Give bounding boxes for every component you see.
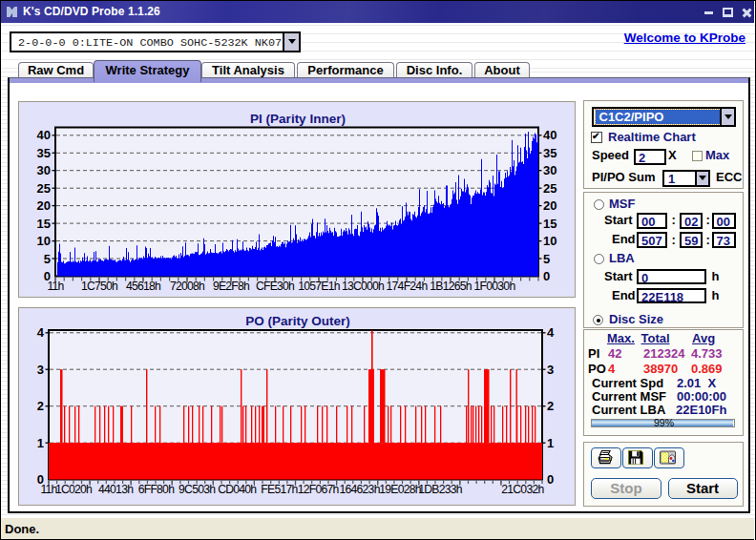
svg-text:1C750h: 1C750h: [81, 280, 117, 293]
svg-text:164623h: 164623h: [339, 483, 379, 496]
svg-text:15: 15: [543, 217, 556, 231]
svg-text:1: 1: [37, 436, 44, 450]
svg-text:1: 1: [547, 436, 554, 450]
svg-text:25: 25: [543, 181, 556, 196]
svg-text:1F0030h: 1F0030h: [474, 280, 515, 293]
svg-text:0: 0: [543, 269, 550, 283]
svg-text:6FF80h: 6FF80h: [138, 483, 175, 496]
svg-text:1057E1h: 1057E1h: [298, 280, 340, 293]
svg-text:35: 35: [543, 146, 556, 160]
svg-text:15: 15: [37, 217, 51, 231]
svg-text:0: 0: [547, 472, 554, 487]
svg-text:FE517h: FE517h: [261, 483, 297, 496]
svg-text:9E2F8h: 9E2F8h: [213, 280, 249, 293]
svg-text:30: 30: [543, 163, 556, 177]
svg-text:19E028h: 19E028h: [379, 483, 421, 496]
svg-text:13C000h: 13C000h: [342, 280, 384, 293]
svg-text:11h: 11h: [47, 280, 63, 293]
svg-text:4: 4: [547, 325, 555, 340]
svg-text:PI (Parity Inner): PI (Parity Inner): [250, 112, 346, 126]
svg-text:10: 10: [37, 234, 51, 248]
svg-text:174F24h: 174F24h: [387, 280, 428, 293]
svg-text:CD040h: CD040h: [218, 483, 256, 496]
svg-text:40: 40: [37, 128, 51, 142]
svg-text:45618h: 45618h: [126, 280, 160, 293]
svg-text:20: 20: [543, 198, 556, 213]
svg-text:10: 10: [543, 234, 556, 248]
svg-text:CFE30h: CFE30h: [256, 280, 294, 293]
svg-text:12F067h: 12F067h: [298, 483, 339, 496]
svg-text:3: 3: [547, 363, 554, 377]
svg-text:5: 5: [543, 252, 550, 266]
svg-text:20: 20: [37, 198, 51, 213]
svg-text:PO (Parity Outer): PO (Parity Outer): [245, 314, 350, 328]
svg-text:3: 3: [37, 363, 44, 377]
svg-text:2: 2: [547, 399, 554, 413]
svg-text:4: 4: [37, 325, 45, 340]
svg-text:25: 25: [37, 181, 51, 196]
svg-text:35: 35: [37, 146, 51, 160]
svg-text:44013h: 44013h: [98, 483, 133, 496]
svg-text:21C032h: 21C032h: [501, 483, 543, 496]
svg-text:72008h: 72008h: [170, 280, 204, 293]
svg-text:30: 30: [37, 163, 51, 177]
svg-text:2: 2: [37, 399, 44, 413]
svg-text:9C503h: 9C503h: [178, 483, 215, 496]
svg-text:1DB233h: 1DB233h: [418, 483, 462, 496]
svg-text:1C020h: 1C020h: [55, 483, 92, 496]
svg-text:5: 5: [44, 252, 51, 266]
svg-text:1B1265h: 1B1265h: [430, 280, 472, 293]
svg-text:40: 40: [543, 128, 556, 142]
